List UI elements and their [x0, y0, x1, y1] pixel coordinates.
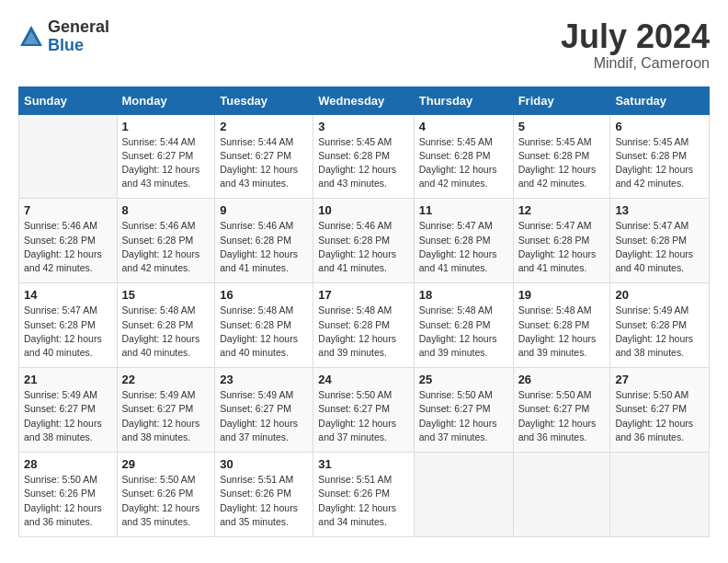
calendar-cell: 12Sunrise: 5:47 AMSunset: 6:28 PMDayligh… — [513, 199, 610, 283]
day-info: Sunrise: 5:51 AMSunset: 6:26 PMDaylight:… — [220, 473, 308, 529]
day-of-week-header: Sunday — [19, 86, 118, 114]
calendar-body: 1Sunrise: 5:44 AMSunset: 6:27 PMDaylight… — [19, 114, 710, 536]
day-info: Sunrise: 5:50 AMSunset: 6:27 PMDaylight:… — [615, 388, 704, 444]
calendar-week-row: 14Sunrise: 5:47 AMSunset: 6:28 PMDayligh… — [19, 283, 710, 368]
day-info: Sunrise: 5:49 AMSunset: 6:27 PMDaylight:… — [220, 388, 308, 444]
calendar-cell: 24Sunrise: 5:50 AMSunset: 6:27 PMDayligh… — [313, 368, 414, 453]
calendar-cell: 8Sunrise: 5:46 AMSunset: 6:28 PMDaylight… — [117, 199, 215, 283]
calendar-cell: 25Sunrise: 5:50 AMSunset: 6:27 PMDayligh… — [414, 368, 513, 453]
calendar-cell: 10Sunrise: 5:46 AMSunset: 6:28 PMDayligh… — [313, 199, 414, 283]
day-of-week-header: Thursday — [414, 86, 513, 114]
calendar-cell: 17Sunrise: 5:48 AMSunset: 6:28 PMDayligh… — [313, 283, 414, 368]
day-number: 28 — [24, 457, 112, 471]
day-info: Sunrise: 5:47 AMSunset: 6:28 PMDaylight:… — [518, 219, 606, 275]
day-number: 9 — [220, 203, 308, 217]
calendar-cell: 11Sunrise: 5:47 AMSunset: 6:28 PMDayligh… — [414, 199, 513, 283]
calendar-cell: 15Sunrise: 5:48 AMSunset: 6:28 PMDayligh… — [117, 283, 215, 368]
day-info: Sunrise: 5:45 AMSunset: 6:28 PMDaylight:… — [518, 135, 606, 191]
day-number: 18 — [419, 288, 508, 302]
calendar-cell: 27Sunrise: 5:50 AMSunset: 6:27 PMDayligh… — [610, 368, 710, 453]
calendar-cell: 4Sunrise: 5:45 AMSunset: 6:28 PMDaylight… — [414, 114, 513, 199]
day-number: 1 — [122, 120, 210, 133]
day-number: 14 — [24, 288, 112, 302]
day-info: Sunrise: 5:49 AMSunset: 6:27 PMDaylight:… — [24, 388, 112, 444]
day-number: 30 — [220, 457, 308, 471]
day-number: 3 — [318, 120, 408, 133]
day-info: Sunrise: 5:50 AMSunset: 6:26 PMDaylight:… — [24, 473, 112, 529]
day-info: Sunrise: 5:51 AMSunset: 6:26 PMDaylight:… — [318, 473, 408, 529]
day-info: Sunrise: 5:46 AMSunset: 6:28 PMDaylight:… — [220, 219, 308, 275]
day-number: 19 — [518, 288, 606, 302]
day-number: 22 — [122, 373, 210, 386]
logo-icon — [18, 24, 44, 50]
calendar-cell: 13Sunrise: 5:47 AMSunset: 6:28 PMDayligh… — [610, 199, 710, 283]
calendar-cell — [19, 114, 118, 199]
calendar-week-row: 28Sunrise: 5:50 AMSunset: 6:26 PMDayligh… — [19, 453, 710, 537]
day-info: Sunrise: 5:44 AMSunset: 6:27 PMDaylight:… — [122, 135, 210, 191]
day-of-week-header: Tuesday — [215, 86, 313, 114]
day-info: Sunrise: 5:45 AMSunset: 6:28 PMDaylight:… — [318, 135, 408, 191]
calendar-cell: 23Sunrise: 5:49 AMSunset: 6:27 PMDayligh… — [215, 368, 313, 453]
day-info: Sunrise: 5:44 AMSunset: 6:27 PMDaylight:… — [220, 135, 308, 191]
day-number: 27 — [615, 373, 704, 386]
day-number: 11 — [419, 203, 508, 217]
day-number: 4 — [419, 120, 508, 133]
day-number: 31 — [318, 457, 408, 471]
day-of-week-header: Monday — [117, 86, 215, 114]
calendar-header: SundayMondayTuesdayWednesdayThursdayFrid… — [19, 86, 710, 114]
day-number: 7 — [24, 203, 112, 217]
calendar-cell: 2Sunrise: 5:44 AMSunset: 6:27 PMDaylight… — [215, 114, 313, 199]
logo-blue-text: Blue — [48, 37, 109, 55]
day-number: 16 — [220, 288, 308, 302]
calendar-cell: 16Sunrise: 5:48 AMSunset: 6:28 PMDayligh… — [215, 283, 313, 368]
day-number: 24 — [318, 373, 408, 386]
calendar-cell — [414, 453, 513, 537]
day-info: Sunrise: 5:47 AMSunset: 6:28 PMDaylight:… — [419, 219, 508, 275]
day-number: 20 — [615, 288, 704, 302]
calendar-cell: 30Sunrise: 5:51 AMSunset: 6:26 PMDayligh… — [215, 453, 313, 537]
day-number: 13 — [615, 203, 704, 217]
day-number: 23 — [220, 373, 308, 386]
day-number: 5 — [518, 120, 606, 133]
day-number: 8 — [122, 203, 210, 217]
calendar-cell: 3Sunrise: 5:45 AMSunset: 6:28 PMDaylight… — [313, 114, 414, 199]
calendar-cell: 14Sunrise: 5:47 AMSunset: 6:28 PMDayligh… — [19, 283, 118, 368]
page-header: General Blue July 2024 Mindif, Cameroon — [18, 18, 710, 72]
day-info: Sunrise: 5:47 AMSunset: 6:28 PMDaylight:… — [615, 219, 704, 275]
day-number: 2 — [220, 120, 308, 133]
day-number: 10 — [318, 203, 408, 217]
day-number: 17 — [318, 288, 408, 302]
days-of-week-row: SundayMondayTuesdayWednesdayThursdayFrid… — [19, 86, 710, 114]
calendar-week-row: 7Sunrise: 5:46 AMSunset: 6:28 PMDaylight… — [19, 199, 710, 283]
calendar-cell: 1Sunrise: 5:44 AMSunset: 6:27 PMDaylight… — [117, 114, 215, 199]
day-info: Sunrise: 5:49 AMSunset: 6:28 PMDaylight:… — [615, 304, 704, 360]
day-info: Sunrise: 5:48 AMSunset: 6:28 PMDaylight:… — [318, 304, 408, 360]
day-info: Sunrise: 5:45 AMSunset: 6:28 PMDaylight:… — [615, 135, 704, 191]
calendar-cell: 19Sunrise: 5:48 AMSunset: 6:28 PMDayligh… — [513, 283, 610, 368]
calendar-table: SundayMondayTuesdayWednesdayThursdayFrid… — [18, 86, 710, 537]
day-number: 12 — [518, 203, 606, 217]
day-info: Sunrise: 5:48 AMSunset: 6:28 PMDaylight:… — [419, 304, 508, 360]
calendar-cell: 31Sunrise: 5:51 AMSunset: 6:26 PMDayligh… — [313, 453, 414, 537]
day-info: Sunrise: 5:50 AMSunset: 6:26 PMDaylight:… — [122, 473, 210, 529]
calendar-cell: 20Sunrise: 5:49 AMSunset: 6:28 PMDayligh… — [610, 283, 710, 368]
calendar-week-row: 1Sunrise: 5:44 AMSunset: 6:27 PMDaylight… — [19, 114, 710, 199]
day-number: 21 — [24, 373, 112, 386]
day-info: Sunrise: 5:48 AMSunset: 6:28 PMDaylight:… — [122, 304, 210, 360]
day-number: 15 — [122, 288, 210, 302]
calendar-week-row: 21Sunrise: 5:49 AMSunset: 6:27 PMDayligh… — [19, 368, 710, 453]
month-title: July 2024 — [561, 18, 710, 55]
day-info: Sunrise: 5:46 AMSunset: 6:28 PMDaylight:… — [24, 219, 112, 275]
calendar-cell: 28Sunrise: 5:50 AMSunset: 6:26 PMDayligh… — [19, 453, 118, 537]
day-info: Sunrise: 5:45 AMSunset: 6:28 PMDaylight:… — [419, 135, 508, 191]
calendar-cell — [610, 453, 710, 537]
calendar-cell: 22Sunrise: 5:49 AMSunset: 6:27 PMDayligh… — [117, 368, 215, 453]
day-info: Sunrise: 5:46 AMSunset: 6:28 PMDaylight:… — [122, 219, 210, 275]
logo-text: General Blue — [48, 18, 109, 55]
title-block: July 2024 Mindif, Cameroon — [561, 18, 710, 72]
calendar-cell: 26Sunrise: 5:50 AMSunset: 6:27 PMDayligh… — [513, 368, 610, 453]
logo-general-text: General — [48, 18, 109, 37]
calendar-cell — [513, 453, 610, 537]
day-info: Sunrise: 5:46 AMSunset: 6:28 PMDaylight:… — [318, 219, 408, 275]
day-info: Sunrise: 5:49 AMSunset: 6:27 PMDaylight:… — [122, 388, 210, 444]
